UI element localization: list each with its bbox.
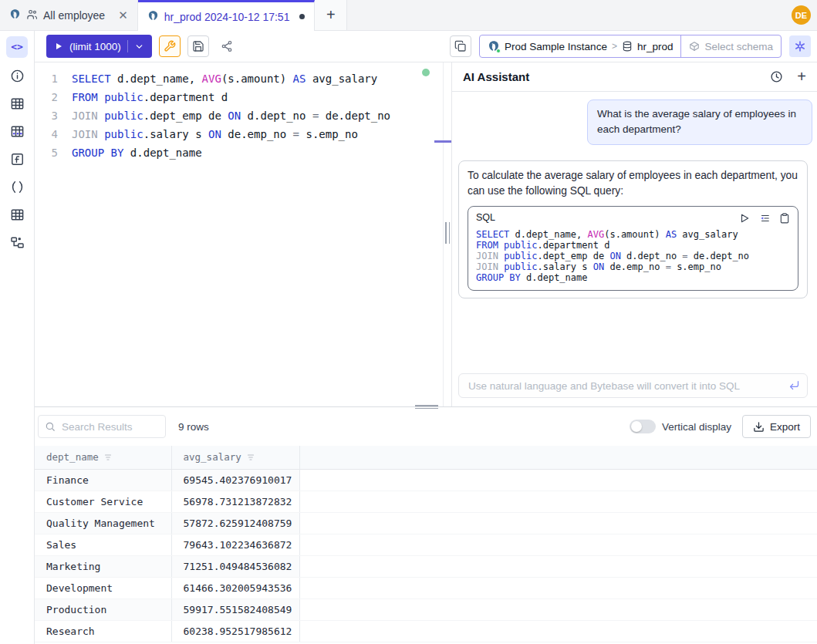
table-cell[interactable]: 56978.731213872832 (171, 491, 299, 512)
insert-into-editor-icon[interactable] (759, 213, 770, 224)
column-header-avg-salary[interactable]: avg_salary (171, 446, 299, 469)
schema-selector[interactable]: Select schema (680, 35, 781, 57)
postgres-icon (9, 8, 21, 22)
vertical-display-toggle[interactable] (630, 420, 656, 433)
table-row[interactable]: Marketing71251.049484536082 (35, 555, 817, 577)
table-row[interactable]: Production59917.551582408549 (35, 598, 817, 620)
ai-assistant-panel: AI Assistant + What is the average salar… (451, 62, 817, 406)
postgres-icon (147, 10, 159, 24)
enter-icon[interactable] (788, 379, 800, 394)
sql-code-editor[interactable]: 1SELECT d.dept_name, AVG(s.amount) AS av… (35, 62, 444, 406)
column-header-dept-name[interactable]: dept_name (35, 446, 171, 469)
ai-assistant-button[interactable] (789, 35, 811, 57)
code-line: 1SELECT d.dept_name, AVG(s.amount) AS av… (35, 69, 443, 88)
table-cell[interactable]: 60238.952517985612 (171, 620, 299, 642)
table-cell (299, 469, 817, 491)
sort-icon (246, 453, 255, 462)
ai-prompt-input[interactable] (458, 373, 808, 398)
tab-all-employee[interactable]: All employee ✕ (0, 0, 138, 30)
worksheet-code-button[interactable]: <> (6, 36, 28, 58)
code-line: 2FROM public.department d (35, 88, 443, 106)
ai-panel-title: AI Assistant (463, 70, 529, 83)
table-cell[interactable]: Sales (35, 534, 171, 555)
run-query-button[interactable]: (limit 1000) (46, 35, 152, 58)
sidebar-item-tables[interactable] (8, 95, 25, 112)
code-line: JOIN public.salary s ON de.emp_no = s.em… (476, 261, 790, 272)
table-row[interactable]: Research60238.952517985612 (35, 620, 817, 642)
search-icon (45, 421, 56, 432)
share-button[interactable] (216, 35, 238, 57)
sidebar-item-functions[interactable] (8, 150, 25, 167)
table-cell[interactable]: Research (35, 620, 171, 642)
export-button[interactable]: Export (742, 415, 811, 438)
sql-code-block: SQL SELECT d.dept_name, AVG(s.amount) AS… (468, 206, 798, 291)
code-line: 5GROUP BY d.dept_name (35, 143, 443, 162)
chat-area: What is the average salary of employees … (452, 92, 817, 406)
table-row[interactable]: Quality Management57872.625912408759 (35, 512, 817, 534)
code-line: 4JOIN public.salary s ON de.emp_no = s.e… (35, 125, 443, 143)
table-cell[interactable]: Development (35, 577, 171, 598)
sidebar-item-info[interactable] (8, 67, 25, 84)
table-row[interactable]: Finance69545.402376910017 (35, 469, 817, 491)
table-cell (299, 555, 817, 577)
table-row[interactable]: Development61466.302005943536 (35, 577, 817, 598)
table-cell[interactable]: 61466.302005943536 (171, 577, 299, 598)
assistant-response-card: To calculate the average salary of emplo… (458, 160, 808, 298)
sidebar-item-procedures[interactable] (8, 178, 25, 195)
worksheet-tabbar: All employee ✕ hr_prod 2024-10-12 17:51 … (0, 0, 817, 31)
table-cell (299, 620, 817, 642)
table-row[interactable]: Sales79643.102234636872 (35, 534, 817, 555)
table-cell[interactable]: Marketing (35, 555, 171, 577)
results-panel: 9 rows Vertical display Export (35, 406, 817, 644)
save-button[interactable] (187, 35, 209, 57)
download-icon (753, 421, 765, 433)
table-cell[interactable]: Customer Service (35, 491, 171, 512)
instance-database-selector[interactable]: Prod Sample Instance > hr_prod (480, 35, 680, 57)
code-line: FROM public.department d (476, 240, 790, 251)
sidebar-item-schema-diagram[interactable] (8, 234, 25, 251)
postgres-icon (488, 40, 500, 52)
table-cell[interactable]: Production (35, 598, 171, 620)
table-cell[interactable]: 69545.402376910017 (171, 469, 299, 491)
panel-vertical-divider[interactable] (444, 62, 451, 406)
table-cell[interactable]: 59917.551582408549 (171, 598, 299, 620)
table-row[interactable]: Customer Service56978.731213872832 (35, 491, 817, 512)
connection-selector: Prod Sample Instance > hr_prod Select sc… (479, 35, 782, 58)
results-toolbar: 9 rows Vertical display Export (35, 407, 817, 446)
database-name: hr_prod (637, 41, 674, 52)
table-cell (299, 577, 817, 598)
sql-editor-app: All employee ✕ hr_prod 2024-10-12 17:51 … (0, 0, 817, 644)
sidebar-item-views[interactable] (8, 206, 25, 223)
cube-icon (689, 41, 700, 52)
horizontal-resize-handle[interactable] (415, 405, 438, 409)
tab-hr-prod[interactable]: hr_prod 2024-10-12 17:51 (138, 0, 316, 31)
line-number: 1 (35, 69, 58, 88)
copy-clipboard-icon[interactable] (779, 213, 790, 224)
tab-label: All employee (43, 9, 105, 22)
new-tab-button[interactable]: + (315, 0, 347, 30)
instance-name: Prod Sample Instance (505, 41, 607, 52)
history-clock-icon[interactable] (770, 70, 783, 83)
line-number: 2 (35, 88, 58, 106)
table-cell[interactable]: 79643.102234636872 (171, 534, 299, 555)
user-avatar[interactable]: DE (792, 5, 811, 25)
table-cell[interactable]: 57872.625912408759 (171, 512, 299, 534)
sort-icon (103, 453, 113, 462)
shared-worksheet-icon (26, 8, 38, 22)
editor-toolbar: (limit 1000) Prod Sample Instance (35, 31, 817, 62)
tab-label: hr_prod 2024-10-12 17:51 (164, 11, 290, 23)
close-tab-icon[interactable]: ✕ (118, 8, 128, 22)
new-chat-icon[interactable]: + (797, 70, 806, 83)
table-cell[interactable]: Finance (35, 469, 171, 491)
code-line: SELECT d.dept_name, AVG(s.amount) AS avg… (476, 229, 790, 240)
format-wrench-button[interactable] (159, 35, 181, 57)
sql-code-content: SELECT d.dept_name, AVG(s.amount) AS avg… (468, 226, 798, 290)
sidebar-item-external-tables[interactable] (8, 123, 25, 140)
search-results-input[interactable] (38, 415, 166, 438)
batch-mode-button[interactable] (450, 35, 471, 57)
table-cell (299, 534, 817, 555)
table-cell[interactable]: Quality Management (35, 512, 171, 534)
run-sql-icon[interactable] (739, 213, 750, 224)
vertical-resize-handle[interactable] (445, 222, 450, 244)
table-cell[interactable]: 71251.049484536082 (171, 555, 299, 577)
